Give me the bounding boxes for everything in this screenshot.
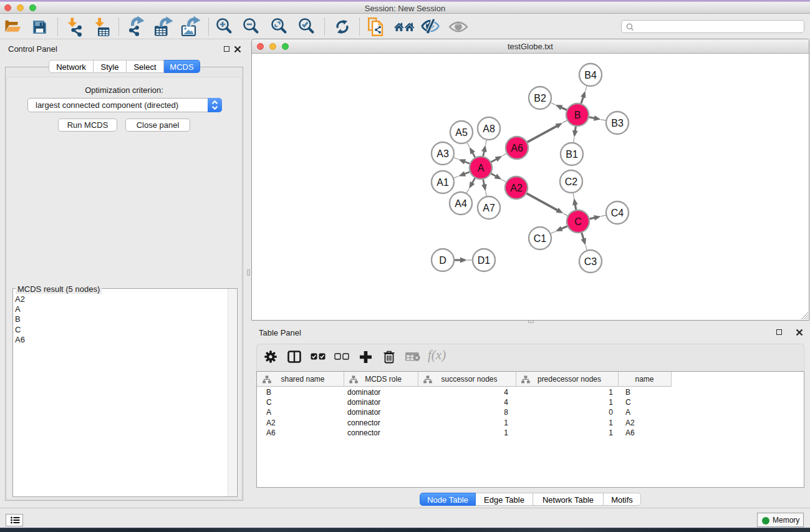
svg-text:C: C xyxy=(574,216,582,227)
svg-text:A8: A8 xyxy=(483,123,495,134)
svg-text:A5: A5 xyxy=(455,127,468,138)
svg-text:A3: A3 xyxy=(436,148,449,159)
svg-text:A6: A6 xyxy=(511,143,523,153)
svg-text:C3: C3 xyxy=(584,256,597,267)
svg-text:A1: A1 xyxy=(436,177,449,188)
svg-text:D: D xyxy=(439,255,446,266)
svg-text:C4: C4 xyxy=(611,208,624,218)
svg-text:B2: B2 xyxy=(534,93,546,104)
svg-text:B3: B3 xyxy=(611,118,624,128)
svg-text:D1: D1 xyxy=(478,255,491,266)
svg-text:B1: B1 xyxy=(566,149,578,160)
svg-text:C2: C2 xyxy=(565,177,578,187)
svg-text:B4: B4 xyxy=(584,70,597,80)
svg-text:A7: A7 xyxy=(483,203,495,213)
svg-text:A2: A2 xyxy=(510,183,523,193)
svg-text:B: B xyxy=(574,110,581,120)
svg-text:A4: A4 xyxy=(455,198,467,209)
svg-text:A: A xyxy=(478,163,485,173)
svg-text:C1: C1 xyxy=(534,233,547,244)
